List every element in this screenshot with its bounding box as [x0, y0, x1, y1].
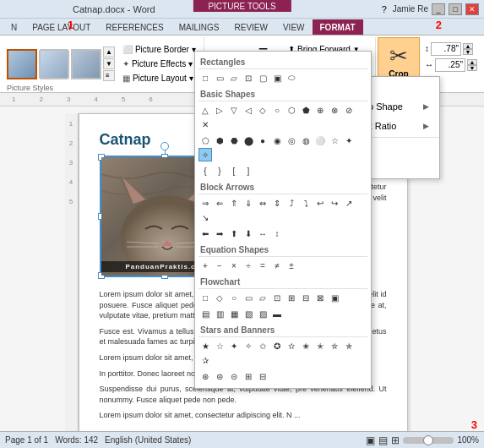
- shape-star-17[interactable]: ⊟: [256, 369, 269, 383]
- tab-page-layout[interactable]: PAGE LAYOUT: [24, 19, 98, 35]
- pic-style-1[interactable]: [7, 49, 37, 79]
- shape-bs-21[interactable]: ⚪: [313, 134, 327, 147]
- shape-bs-11[interactable]: ⊘: [342, 103, 356, 117]
- tab-mailings[interactable]: MAILINGS: [171, 19, 227, 35]
- tab-references[interactable]: REFERENCES: [98, 19, 171, 35]
- shape-bs-8[interactable]: ⬟: [299, 103, 313, 117]
- shape-bs-18[interactable]: ◉: [270, 134, 284, 147]
- shape-bs-2[interactable]: ▷: [213, 103, 226, 117]
- shape-star-16[interactable]: ⊞: [242, 369, 255, 383]
- width-input[interactable]: [435, 58, 465, 72]
- shape-bs-9[interactable]: ⊕: [313, 103, 327, 117]
- tab-n[interactable]: N: [3, 19, 24, 35]
- shape-bs-17[interactable]: ●: [256, 134, 269, 147]
- shape-eq-6[interactable]: ≠: [270, 259, 284, 272]
- shape-ba-11[interactable]: ↗: [342, 196, 356, 210]
- shape-star-12[interactable]: ✰: [198, 353, 212, 367]
- shape-star-9[interactable]: ✭: [313, 339, 327, 352]
- shape-fc-7[interactable]: ⊞: [285, 291, 298, 304]
- shape-bs-19[interactable]: ◎: [285, 134, 298, 147]
- shape-bs-12[interactable]: ✕: [198, 117, 212, 131]
- shape-fc-5[interactable]: ▱: [256, 291, 269, 304]
- shape-bs-6[interactable]: ○: [270, 103, 284, 117]
- width-up[interactable]: ▲: [467, 59, 477, 65]
- shape-bs-10[interactable]: ⊗: [328, 103, 341, 117]
- shape-fc-2[interactable]: ◇: [213, 291, 226, 304]
- shape-rect-4[interactable]: ⊡: [242, 71, 255, 85]
- shape-rect-6[interactable]: ▣: [270, 71, 284, 85]
- shape-fc-15[interactable]: ▨: [256, 307, 269, 320]
- pic-style-2[interactable]: [39, 49, 69, 79]
- shape-bs-7[interactable]: ⬡: [285, 103, 298, 117]
- shape-ba-6[interactable]: ⇕: [270, 196, 284, 210]
- question-mark[interactable]: ?: [379, 4, 389, 14]
- shape-ba-9[interactable]: ↩: [313, 196, 327, 210]
- pic-style-more[interactable]: ≡: [103, 70, 115, 81]
- shape-bs-13[interactable]: ⬠: [198, 134, 212, 147]
- shape-star-7[interactable]: ✫: [285, 339, 298, 352]
- shape-bs-23[interactable]: ✦: [342, 134, 356, 147]
- shape-eq-7[interactable]: ±: [285, 259, 298, 272]
- shape-bs-28[interactable]: ]: [242, 164, 255, 178]
- zoom-thumb[interactable]: [423, 435, 433, 445]
- view-btn-3[interactable]: ⊞: [391, 434, 400, 446]
- shape-bs-4[interactable]: ◁: [242, 103, 255, 117]
- shape-fc-8[interactable]: ⊟: [299, 291, 313, 304]
- shape-fc-6[interactable]: ⊡: [270, 291, 284, 304]
- shape-star-6[interactable]: ✪: [270, 339, 284, 352]
- crop-button[interactable]: ✂ Crop: [389, 40, 408, 80]
- shape-ba-13[interactable]: ⬅: [198, 227, 212, 240]
- shape-star-11[interactable]: ✯: [342, 339, 356, 352]
- tab-view[interactable]: VIEW: [275, 19, 313, 35]
- shape-fc-10[interactable]: ▣: [328, 291, 341, 304]
- height-down[interactable]: ▼: [463, 49, 473, 55]
- shape-rect-5[interactable]: ▢: [256, 71, 269, 85]
- shape-eq-4[interactable]: ÷: [242, 259, 255, 272]
- shape-bs-22[interactable]: ☆: [328, 134, 341, 147]
- shape-bs-24[interactable]: ✧: [198, 148, 212, 161]
- shape-fc-16[interactable]: ▬: [270, 307, 284, 320]
- minimize-button[interactable]: _: [432, 3, 445, 15]
- shape-rect-1[interactable]: □: [198, 71, 212, 85]
- pic-style-3[interactable]: [71, 49, 101, 79]
- shape-fc-9[interactable]: ⊠: [313, 291, 327, 304]
- shape-star-1[interactable]: ★: [198, 339, 212, 352]
- shape-bs-16[interactable]: ⬤: [242, 134, 255, 147]
- shape-ba-8[interactable]: ⤵: [299, 196, 313, 210]
- shape-bs-15[interactable]: ⬣: [227, 134, 241, 147]
- shape-bs-5[interactable]: ◇: [256, 103, 269, 117]
- shape-ba-12[interactable]: ↘: [198, 210, 212, 224]
- pic-style-up[interactable]: ▲: [103, 46, 115, 57]
- shape-ba-10[interactable]: ↪: [328, 196, 341, 210]
- height-input[interactable]: [431, 42, 461, 56]
- shape-bs-26[interactable]: }: [213, 164, 226, 178]
- shape-star-2[interactable]: ☆: [213, 339, 226, 352]
- rotate-handle[interactable]: [160, 142, 169, 150]
- shape-bs-27[interactable]: [: [227, 164, 241, 178]
- restore-button[interactable]: □: [449, 3, 462, 15]
- shape-star-13[interactable]: ⊛: [198, 369, 212, 383]
- shape-star-8[interactable]: ✬: [299, 339, 313, 352]
- view-btn-1[interactable]: ▣: [366, 434, 375, 446]
- shape-ba-16[interactable]: ⬇: [242, 227, 255, 240]
- shape-ba-15[interactable]: ⬆: [227, 227, 241, 240]
- tab-format[interactable]: FORMAT: [313, 19, 363, 35]
- shape-star-15[interactable]: ⊝: [227, 369, 241, 383]
- shape-fc-14[interactable]: ▧: [242, 307, 255, 320]
- shape-star-10[interactable]: ✮: [328, 339, 341, 352]
- shape-fc-4[interactable]: ▭: [242, 291, 255, 304]
- shape-ba-17[interactable]: ↔: [256, 227, 269, 240]
- shape-ba-5[interactable]: ⇔: [256, 196, 269, 210]
- shape-rect-7[interactable]: ⬭: [285, 71, 298, 85]
- close-button[interactable]: ✕: [465, 3, 479, 15]
- shape-star-5[interactable]: ✩: [256, 339, 269, 352]
- shape-fc-3[interactable]: ○: [227, 291, 241, 304]
- width-down[interactable]: ▼: [467, 65, 477, 71]
- zoom-slider[interactable]: [403, 437, 454, 444]
- shape-ba-4[interactable]: ⇓: [242, 196, 255, 210]
- shape-ba-3[interactable]: ⇑: [227, 196, 241, 210]
- shape-bs-1[interactable]: △: [198, 103, 212, 117]
- pic-style-down[interactable]: ▼: [103, 58, 115, 69]
- shape-star-4[interactable]: ✧: [242, 339, 255, 352]
- picture-layout-btn[interactable]: ▦Picture Layout ▾: [118, 72, 200, 85]
